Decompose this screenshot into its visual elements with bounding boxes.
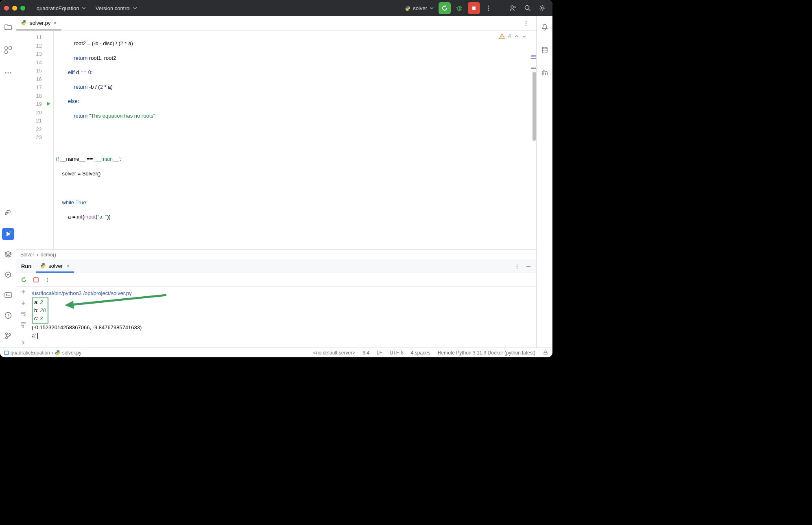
next-output-button[interactable] <box>20 300 26 306</box>
svg-rect-9 <box>9 47 11 49</box>
svg-marker-33 <box>65 301 74 309</box>
editor-scrollbar[interactable] <box>531 31 536 249</box>
svg-point-11 <box>5 72 6 73</box>
titlebar: quadraticEquation Version control solver <box>0 0 552 16</box>
run-tab-label: solver <box>48 263 63 269</box>
run-config-name: solver <box>413 5 427 11</box>
editor-tabs: solver.py × <box>16 16 536 31</box>
chevron-down-icon[interactable] <box>522 34 526 39</box>
svg-point-12 <box>7 72 9 73</box>
kebab-icon <box>485 4 492 12</box>
console-output[interactable]: /usr/local/bin/python3 /opt/project/solv… <box>30 287 536 348</box>
structure-tool-button[interactable] <box>2 44 14 56</box>
breadcrumb-class[interactable]: Solver <box>20 252 34 258</box>
more-tool-button[interactable] <box>2 67 14 79</box>
svg-rect-28 <box>34 278 38 282</box>
svg-point-18 <box>5 333 7 335</box>
python-console-button[interactable] <box>2 248 14 260</box>
problems-button[interactable] <box>2 309 14 322</box>
kebab-icon <box>523 20 529 27</box>
status-position[interactable]: 6:4 <box>362 350 369 356</box>
stop-console-button[interactable] <box>33 277 39 283</box>
status-indent[interactable]: 4 spaces <box>411 350 430 356</box>
code-editor[interactable]: 111213141516 1718 19 20212223 root2 = (-… <box>16 31 536 249</box>
sciview-button[interactable] <box>539 67 551 79</box>
close-icon[interactable]: × <box>67 263 70 269</box>
left-toolbar <box>0 16 16 348</box>
status-server[interactable]: <no default server> <box>313 350 355 356</box>
code-area[interactable]: root2 = (-b - disc) / (2 * a) return roo… <box>54 31 536 249</box>
terminal-button[interactable] <box>2 289 14 301</box>
run-tool-button[interactable] <box>2 228 14 240</box>
python-icon <box>40 263 46 269</box>
stop-button[interactable] <box>468 2 480 14</box>
structure-icon <box>4 46 12 54</box>
editor-options-button[interactable] <box>520 18 532 30</box>
rerun-console-button[interactable] <box>20 276 27 283</box>
settings-button[interactable] <box>536 2 548 14</box>
svg-point-19 <box>5 337 7 339</box>
run-options-button[interactable] <box>514 264 520 269</box>
chevron-right-icon <box>21 340 26 345</box>
run-toolbar <box>16 273 536 287</box>
project-tool-button[interactable] <box>2 21 14 33</box>
right-toolbar <box>536 16 552 348</box>
project-name: quadraticEquation <box>37 5 79 11</box>
svg-point-20 <box>9 334 10 335</box>
console-options-button[interactable] <box>45 277 50 283</box>
console-prompt: a: <box>32 332 37 339</box>
lock-icon <box>543 350 548 356</box>
run-config-dropdown[interactable]: solver <box>402 4 436 12</box>
svg-rect-8 <box>5 47 7 49</box>
project-dropdown[interactable]: quadraticEquation <box>34 4 88 13</box>
editor-breadcrumb[interactable]: Solver › demo() <box>16 249 536 260</box>
warning-count: 4 <box>508 33 511 39</box>
svg-point-27 <box>517 267 517 268</box>
svg-rect-36 <box>544 352 547 355</box>
search-button[interactable] <box>522 2 534 14</box>
ellipsis-icon <box>4 70 12 76</box>
chevron-up-icon[interactable] <box>514 34 519 39</box>
svg-point-24 <box>502 37 503 38</box>
console-result: (-0.15232014258367066, -9.84767985741633… <box>32 324 536 332</box>
chevron-down-icon <box>430 6 434 10</box>
notifications-button[interactable] <box>539 21 551 33</box>
prev-output-button[interactable] <box>20 289 26 295</box>
close-tab-icon[interactable]: × <box>53 20 57 26</box>
status-bar: quadraticEquation › solver.py <no defaul… <box>0 348 552 357</box>
play-icon <box>4 230 12 238</box>
run-panel-tab[interactable]: solver × <box>36 260 74 273</box>
editor-tab-solver[interactable]: solver.py × <box>16 16 61 31</box>
status-encoding[interactable]: UTF-8 <box>390 350 404 356</box>
traffic-lights[interactable] <box>4 6 25 11</box>
breadcrumb-method[interactable]: demo() <box>41 252 56 258</box>
scroll-end-button[interactable] <box>20 322 26 328</box>
inspections-widget[interactable]: 4 <box>499 33 526 39</box>
svg-point-6 <box>525 6 529 10</box>
debug-button[interactable] <box>453 2 465 14</box>
python-packages-button[interactable] <box>2 208 14 220</box>
svg-point-23 <box>526 25 527 26</box>
status-lock-icon[interactable] <box>543 350 548 356</box>
expand-button[interactable] <box>21 340 26 345</box>
editor-gutter[interactable]: 111213141516 1718 19 20212223 <box>16 31 54 249</box>
status-interpreter[interactable]: Remote Python 3.11.3 Docker (python:late… <box>438 350 535 356</box>
arrow-up-icon <box>20 289 26 295</box>
vcs-dropdown[interactable]: Version control <box>93 4 140 13</box>
arrow-down-icon <box>20 300 26 306</box>
hide-button[interactable] <box>526 264 531 269</box>
vcs-label: Version control <box>96 5 131 11</box>
warning-circle-icon <box>4 311 12 319</box>
soft-wrap-button[interactable] <box>20 311 26 317</box>
more-actions-button[interactable] <box>482 2 495 14</box>
status-line-ending[interactable]: LF <box>377 350 382 356</box>
soft-wrap-icon <box>20 311 26 317</box>
database-button[interactable] <box>539 44 551 56</box>
rerun-icon <box>20 276 27 283</box>
rerun-button[interactable] <box>439 2 451 14</box>
vcs-tool-button[interactable] <box>2 330 14 342</box>
services-button[interactable] <box>2 269 14 281</box>
code-with-me-button[interactable] <box>507 2 519 14</box>
run-gutter-icon[interactable] <box>46 101 51 106</box>
status-breadcrumb[interactable]: quadraticEquation › solver.py <box>4 350 81 356</box>
